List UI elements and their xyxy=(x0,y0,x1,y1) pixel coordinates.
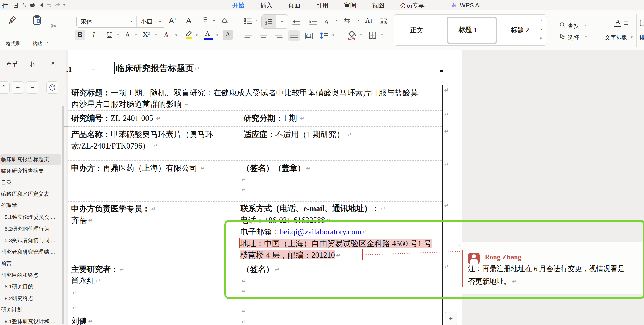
line-spacing-icon[interactable] xyxy=(319,31,329,41)
medical-officer-paragraph[interactable]: 申办方负责医学专员： xyxy=(71,203,156,215)
sidebar-close-icon[interactable]: × xyxy=(51,59,55,67)
justify-button[interactable] xyxy=(288,30,300,41)
sidebar-outline-item[interactable]: 5.3受试者知情与同 ... xyxy=(0,235,66,246)
select-cursor-icon[interactable] xyxy=(559,33,566,41)
sidebar-outline-item[interactable]: 临床研究报告标题页 xyxy=(0,154,61,165)
numbered-list-split-button[interactable]: 123 xyxy=(261,14,288,29)
text-effects-icon[interactable]: A xyxy=(164,31,169,39)
style-normal[interactable]: 正文 xyxy=(410,26,423,35)
wps-ai-button[interactable]: WPS AI xyxy=(460,2,481,9)
menu-tab[interactable]: 审阅 xyxy=(344,1,356,9)
pi-name2-paragraph[interactable]: 刘健 xyxy=(71,315,93,325)
format-painter-button[interactable]: 格式刷 xyxy=(4,40,23,47)
paste-icon[interactable] xyxy=(31,14,43,27)
align-right-icon[interactable] xyxy=(274,31,283,41)
sidebar-outline-item[interactable]: 临床研究报告摘要 xyxy=(0,165,66,177)
phonetic-dropdown-icon[interactable] xyxy=(213,20,215,22)
comment-author[interactable]: Rong Zhang xyxy=(485,253,521,261)
font-size-dropdown-icon[interactable] xyxy=(159,21,162,22)
find-icon[interactable] xyxy=(559,22,566,29)
pi-name1-paragraph[interactable]: 肖永红 xyxy=(71,275,100,287)
shading-icon[interactable] xyxy=(347,30,357,41)
menu-tab[interactable]: 开始 xyxy=(232,1,244,9)
style-heading1-selected[interactable]: 标题 1 xyxy=(447,17,497,44)
increase-font-icon[interactable]: A+ xyxy=(169,16,177,25)
sidebar-outline-item[interactable]: 研究计划 xyxy=(0,304,66,316)
find-button[interactable]: 查找 xyxy=(568,22,579,30)
text-effects-dropdown-icon[interactable] xyxy=(175,35,177,36)
menu-tab[interactable]: 引用 xyxy=(316,1,328,9)
select-dropdown-icon[interactable] xyxy=(585,37,587,38)
sign-paragraph[interactable]: （签名） xyxy=(242,263,279,275)
sidebar-outline-item[interactable]: 8.1研究目的 xyxy=(0,281,66,293)
document-heading[interactable]: 临床研究报告标题页 xyxy=(116,63,199,75)
phase-paragraph[interactable]: 研究分期：1 期 xyxy=(244,112,304,124)
redo-icon[interactable] xyxy=(54,2,61,8)
sort-icon[interactable]: A↓ xyxy=(365,17,373,24)
sidebar-outline-item[interactable]: 研究目的和终点 xyxy=(0,269,66,281)
format-painter-icon[interactable] xyxy=(8,15,18,26)
empty-paragraph[interactable] xyxy=(240,285,246,297)
sidebar-outline-item[interactable]: 8.2研究终点 xyxy=(0,292,66,304)
collapse-outline-button[interactable]: − xyxy=(26,81,38,94)
clear-format-icon[interactable] xyxy=(221,16,229,25)
empty-paragraph[interactable] xyxy=(240,316,246,325)
menu-tab[interactable]: 会员专享 xyxy=(400,1,425,9)
sponsor-paragraph[interactable]: 申办方：再鼎医药（上海）有限公司 xyxy=(71,162,205,174)
print-icon[interactable] xyxy=(29,2,35,8)
sidebar-scrollbar[interactable] xyxy=(62,106,64,324)
menu-tab[interactable]: 插入 xyxy=(260,1,272,9)
empty-paragraph[interactable] xyxy=(71,302,77,314)
phonetic-guide-icon[interactable]: wén文 xyxy=(203,16,208,22)
undo-redo-dropdown-icon[interactable] xyxy=(63,4,66,6)
highlight-dropdown-icon[interactable] xyxy=(196,35,198,36)
menu-tab[interactable]: 视图 xyxy=(372,1,384,9)
contact-block[interactable]: 联系方式（电话、e-mail、通讯地址）： 电话：+86-021-6163258… xyxy=(240,203,434,261)
char-shading-button[interactable]: A xyxy=(223,30,233,40)
menu-tab[interactable]: 页面 xyxy=(288,1,300,9)
file-menu[interactable]: 文件 xyxy=(0,2,8,10)
ai-assistant-button[interactable] xyxy=(46,81,58,94)
collapse-all-button[interactable]: ⌃ xyxy=(0,81,10,94)
numbered-list-dropdown-icon[interactable] xyxy=(276,15,288,28)
paste-button[interactable]: 粘贴 xyxy=(27,40,47,47)
medical-officer-name[interactable]: 齐蓓 xyxy=(71,214,93,226)
font-name-dropdown-icon[interactable] xyxy=(130,21,133,22)
bold-button[interactable]: B xyxy=(75,30,85,40)
superscript-dropdown-icon[interactable] xyxy=(155,35,157,36)
char-spacing-dropdown-icon[interactable] xyxy=(335,20,338,21)
sidebar-expand-icon[interactable] xyxy=(29,61,36,69)
paste-dropdown-icon[interactable] xyxy=(47,42,49,43)
strikethrough-button[interactable]: A xyxy=(125,31,130,39)
font-name-select[interactable]: 宋体 xyxy=(81,18,130,26)
strikethrough-dropdown-icon[interactable] xyxy=(135,35,137,36)
font-size-select[interactable]: 小四 xyxy=(141,18,152,26)
empty-paragraph[interactable] xyxy=(240,184,246,195)
sidebar-outline-item[interactable]: 伦理学 xyxy=(0,200,66,212)
print-preview-icon[interactable] xyxy=(38,2,44,8)
text-direction-dropdown-icon[interactable] xyxy=(357,20,359,21)
underline-button[interactable]: U xyxy=(107,31,112,39)
numbered-list-icon[interactable]: 123 xyxy=(262,15,276,28)
style-heading2[interactable]: 标题 2 xyxy=(511,26,529,35)
expand-outline-button[interactable]: + xyxy=(12,81,24,94)
sidebar-outline-item[interactable]: 5.1独立伦理委员会 ... xyxy=(0,212,66,223)
share-icon[interactable] xyxy=(21,2,27,8)
indication-paragraph[interactable]: 适应症：不适用（1 期研究） xyxy=(244,129,352,140)
clipped-button-label[interactable]: 排 xyxy=(639,34,644,41)
char-spacing-icon[interactable]: ↔A xyxy=(324,18,329,26)
borders-dropdown-icon[interactable] xyxy=(381,35,383,36)
text-layout-button[interactable]: 文字排版 xyxy=(605,34,627,41)
align-center-icon[interactable] xyxy=(259,31,268,41)
line-spacing-dropdown-icon[interactable] xyxy=(332,35,334,36)
superscript-button[interactable]: X² xyxy=(143,31,150,38)
sidebar-outline-item[interactable]: 5.2研究的伦理行为 xyxy=(0,223,66,235)
study-title-paragraph[interactable]: 研究标题：一项 1 期、随机、双盲研究：在健康成人受试者中比较甲苯磺酸奥马环素片… xyxy=(71,87,420,110)
font-color-icon[interactable]: A xyxy=(205,30,210,37)
add-page-button[interactable]: + xyxy=(445,312,457,325)
sidebar-outline-item[interactable]: 研究者和研究管理结 ... xyxy=(0,246,66,258)
underline-dropdown-icon[interactable] xyxy=(117,35,119,36)
empty-paragraph[interactable] xyxy=(71,287,77,299)
align-left-icon[interactable] xyxy=(244,31,253,41)
distribute-icon[interactable] xyxy=(304,31,313,41)
